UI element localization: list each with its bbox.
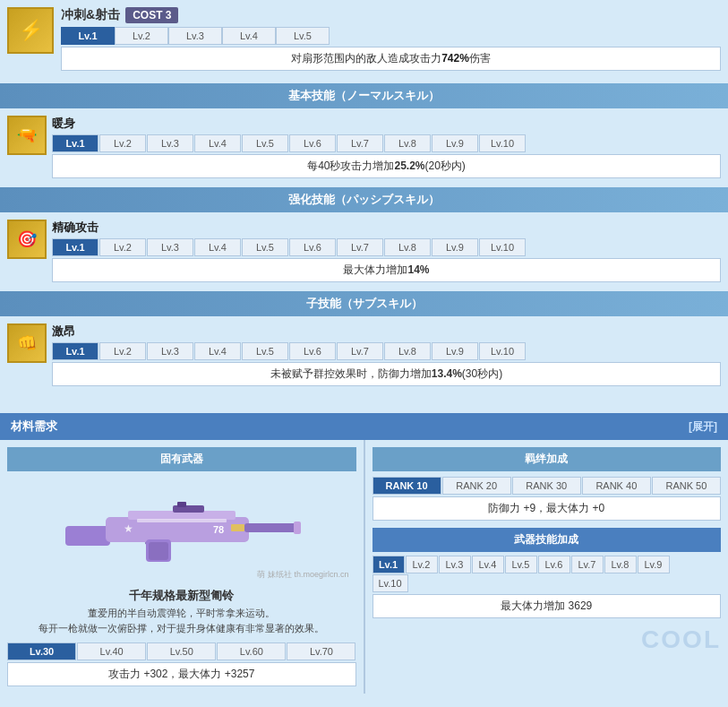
svg-rect-4 xyxy=(294,522,301,534)
top-skill-section: ⚡ 冲刺&射击 COST 3 Lv.1 Lv.2 Lv.3 Lv.4 Lv.5 … xyxy=(0,0,728,78)
sub-lv2[interactable]: Lv.2 xyxy=(99,342,146,360)
basic-skill-desc: 每40秒攻击力增加25.2%(20秒内) xyxy=(52,154,721,178)
basic-skill-icon: 🔫 xyxy=(7,116,47,155)
basic-lv10[interactable]: Lv.10 xyxy=(479,134,526,152)
basic-lv6[interactable]: Lv.6 xyxy=(289,134,336,152)
top-lv4[interactable]: Lv.4 xyxy=(222,27,276,45)
sub-lv8[interactable]: Lv.8 xyxy=(384,342,431,360)
wlv-30[interactable]: Lv.30 xyxy=(7,642,76,660)
wslv-10[interactable]: Lv.10 xyxy=(373,574,408,592)
svg-rect-12 xyxy=(149,542,168,560)
rank-50[interactable]: RANK 50 xyxy=(652,477,721,495)
basic-lv5[interactable]: Lv.5 xyxy=(242,134,288,152)
wlv-50[interactable]: Lv.50 xyxy=(147,642,216,660)
wslv-1[interactable]: Lv.1 xyxy=(373,556,405,573)
top-skill-icon: ⚡ xyxy=(7,7,54,54)
enhanced-lv6[interactable]: Lv.6 xyxy=(289,238,336,256)
sub-skill-info: 激昂 Lv.1 Lv.2 Lv.3 Lv.4 Lv.5 Lv.6 Lv.7 Lv… xyxy=(52,323,721,386)
bond-section: 羁绊加成 RANK 10 RANK 20 RANK 30 RANK 40 RAN… xyxy=(365,440,729,694)
sub-skill-desc: 未被赋予群控效果时，防御力增加13.4%(30秒内) xyxy=(52,362,721,386)
basic-lv3[interactable]: Lv.3 xyxy=(147,134,193,152)
sub-skill-row: 👊 激昂 Lv.1 Lv.2 Lv.3 Lv.4 Lv.5 Lv.6 Lv.7 … xyxy=(0,320,728,390)
wslv-7[interactable]: Lv.7 xyxy=(571,556,604,573)
sub-lv3[interactable]: Lv.3 xyxy=(147,342,193,360)
wslv-9[interactable]: Lv.9 xyxy=(638,556,670,573)
enhanced-lv2[interactable]: Lv.2 xyxy=(99,238,146,256)
enhanced-lv9[interactable]: Lv.9 xyxy=(432,238,478,256)
wslv-4[interactable]: Lv.4 xyxy=(472,556,504,573)
materials-header: 材料需求 [展开] xyxy=(0,413,728,440)
basic-lv8[interactable]: Lv.8 xyxy=(384,134,431,152)
weapon-skill-levels-row2: Lv.10 xyxy=(373,574,722,592)
enhanced-lv10[interactable]: Lv.10 xyxy=(479,238,526,256)
top-lv3[interactable]: Lv.3 xyxy=(168,27,222,45)
wlv-40[interactable]: Lv.40 xyxy=(77,642,146,660)
watermark: 萌 妹纸社 th.moegirlcn.cn xyxy=(253,567,352,582)
rank-row: RANK 10 RANK 20 RANK 30 RANK 40 RANK 50 xyxy=(373,477,722,495)
svg-text:78: 78 xyxy=(213,524,224,535)
enhanced-lv7[interactable]: Lv.7 xyxy=(337,238,383,256)
weapon-stat-desc: 攻击力 +302，最大体力 +3257 xyxy=(7,662,356,686)
wlv-60[interactable]: Lv.60 xyxy=(217,642,286,660)
basic-lv7[interactable]: Lv.7 xyxy=(337,134,383,152)
rank-10[interactable]: RANK 10 xyxy=(373,477,441,495)
basic-lv2[interactable]: Lv.2 xyxy=(99,134,146,152)
basic-lv9[interactable]: Lv.9 xyxy=(432,134,478,152)
basic-lv1[interactable]: Lv.1 xyxy=(52,134,98,152)
top-skill-levels: Lv.1 Lv.2 Lv.3 Lv.4 Lv.5 对扇形范围内的敌人造成攻击力7… xyxy=(61,27,721,71)
sub-lv4[interactable]: Lv.4 xyxy=(194,342,241,360)
enhanced-lv3[interactable]: Lv.3 xyxy=(147,238,193,256)
svg-rect-10 xyxy=(137,519,227,522)
materials-title: 材料需求 xyxy=(11,418,57,435)
sub-lv5[interactable]: Lv.5 xyxy=(242,342,288,360)
top-lv5[interactable]: Lv.5 xyxy=(276,27,330,45)
enhanced-skill-levels: Lv.1 Lv.2 Lv.3 Lv.4 Lv.5 Lv.6 Lv.7 Lv.8 … xyxy=(52,238,721,256)
enhanced-lv4[interactable]: Lv.4 xyxy=(194,238,241,256)
basic-skill-levels: Lv.1 Lv.2 Lv.3 Lv.4 Lv.5 Lv.6 Lv.7 Lv.8 … xyxy=(52,134,721,152)
top-lv2[interactable]: Lv.2 xyxy=(115,27,168,45)
rank-20[interactable]: RANK 20 xyxy=(442,477,511,495)
materials-body: 固有武器 xyxy=(0,440,728,694)
enhanced-skill-info: 精确攻击 Lv.1 Lv.2 Lv.3 Lv.4 Lv.5 Lv.6 Lv.7 … xyxy=(52,220,721,282)
enhanced-skill-icon: 🎯 xyxy=(7,220,47,259)
wslv-6[interactable]: Lv.6 xyxy=(538,556,570,573)
enhanced-skill-desc: 最大体力增加14% xyxy=(52,258,721,282)
sub-lv10[interactable]: Lv.10 xyxy=(479,342,526,360)
weapon-name: 千年规格最新型匍铃 xyxy=(7,588,356,604)
wslv-3[interactable]: Lv.3 xyxy=(439,556,471,573)
sub-skill-levels: Lv.1 Lv.2 Lv.3 Lv.4 Lv.5 Lv.6 Lv.7 Lv.8 … xyxy=(52,342,721,360)
top-level-row: Lv.1 Lv.2 Lv.3 Lv.4 Lv.5 xyxy=(61,27,721,45)
svg-rect-0 xyxy=(65,526,110,546)
bg-watermark: COOL xyxy=(373,625,722,654)
top-skill-name: 冲刺&射击 xyxy=(61,7,120,23)
top-skill-header: 冲刺&射击 COST 3 xyxy=(61,7,721,23)
svg-rect-7 xyxy=(177,502,186,507)
wslv-8[interactable]: Lv.8 xyxy=(604,556,637,573)
basic-skill-name: 暖身 xyxy=(52,116,721,132)
sub-skill-name: 激昂 xyxy=(52,323,721,340)
sub-skill-header: 子技能（サブスキル） xyxy=(0,291,728,316)
basic-skill-header: 基本技能（ノーマルスキル） xyxy=(0,83,728,108)
enhanced-lv5[interactable]: Lv.5 xyxy=(242,238,288,256)
rank-40[interactable]: RANK 40 xyxy=(582,477,651,495)
wlv-70[interactable]: Lv.70 xyxy=(287,642,355,660)
enhanced-skill-name: 精确攻击 xyxy=(52,220,721,236)
sub-lv7[interactable]: Lv.7 xyxy=(337,342,383,360)
enhanced-lv1[interactable]: Lv.1 xyxy=(52,238,98,256)
enhanced-lv8[interactable]: Lv.8 xyxy=(384,238,431,256)
cost-badge: COST 3 xyxy=(125,7,178,23)
basic-skill-row: 🔫 暖身 Lv.1 Lv.2 Lv.3 Lv.4 Lv.5 Lv.6 Lv.7 … xyxy=(0,112,728,182)
top-skill-name-area: 冲刺&射击 COST 3 Lv.1 Lv.2 Lv.3 Lv.4 Lv.5 对扇… xyxy=(61,7,721,71)
sub-lv9[interactable]: Lv.9 xyxy=(432,342,478,360)
weapon-svg: ★ 78 xyxy=(56,486,307,575)
basic-lv4[interactable]: Lv.4 xyxy=(194,134,241,152)
top-lv1[interactable]: Lv.1 xyxy=(61,27,115,45)
rank-30[interactable]: RANK 30 xyxy=(512,477,581,495)
weapon-section-header: 固有武器 xyxy=(7,447,356,471)
sub-lv6[interactable]: Lv.6 xyxy=(289,342,336,360)
wslv-5[interactable]: Lv.5 xyxy=(505,556,537,573)
wslv-2[interactable]: Lv.2 xyxy=(406,556,438,573)
sub-lv1[interactable]: Lv.1 xyxy=(52,342,98,360)
rank-desc: 防御力 +9，最大体力 +0 xyxy=(373,496,722,521)
expand-button[interactable]: [展开] xyxy=(689,419,717,435)
